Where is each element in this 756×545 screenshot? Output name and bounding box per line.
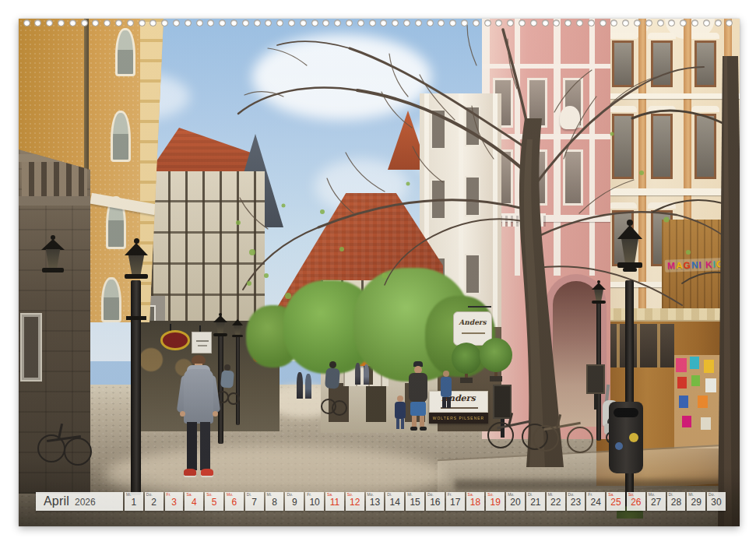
calendar-day-cell: Sa.4: [185, 492, 203, 511]
calendar-day-cell: Mi.8: [265, 492, 284, 511]
day-number: 7: [245, 498, 264, 507]
calendar-day-cell: Mi.15: [406, 492, 424, 511]
weekday-label: Mi.: [267, 493, 273, 497]
calendar-day-cell: So.19: [486, 492, 505, 511]
weekday-label: Mo.: [649, 493, 655, 497]
day-number: 14: [385, 498, 404, 507]
day-number: 19: [486, 498, 505, 507]
calendar-day-cell: Di.7: [245, 492, 264, 511]
weekday-label: Do.: [146, 493, 153, 497]
weekday-label: Di.: [247, 493, 251, 497]
weekday-label: Fr.: [588, 493, 592, 497]
calendar-day-cell: Fr.17: [446, 492, 465, 511]
day-number: 16: [426, 498, 445, 507]
street-lamp-head: [614, 220, 646, 283]
weekday-label: Di.: [528, 493, 533, 497]
calendar-day-cell: Do.2: [145, 492, 164, 511]
cyclist: [216, 364, 241, 405]
day-number: 9: [285, 498, 304, 507]
day-number: 12: [346, 498, 364, 507]
weekday-label: Sa.: [186, 493, 192, 497]
weekday-label: Di.: [669, 493, 673, 497]
calendar-day-cell: Sa.18: [466, 492, 485, 511]
calendar-day-cell: Di.21: [526, 492, 545, 511]
photo-old-town-street: MAGNIKIOSK 2: [19, 19, 740, 526]
pedestrian-small: [364, 364, 369, 385]
weekday-label: Mi.: [688, 493, 694, 497]
weekday-label: So.: [628, 493, 635, 497]
year-label: 2026: [75, 495, 96, 508]
shadow-overlay-left: [19, 452, 252, 526]
day-number: 24: [586, 498, 605, 507]
pedestrian-small: [297, 372, 303, 399]
weekday-label: Sa.: [468, 493, 474, 497]
day-number: 17: [446, 498, 465, 507]
day-number: 21: [526, 498, 545, 507]
month-label: April: [44, 494, 69, 508]
weekday-label: Mo.: [508, 493, 514, 497]
day-number: 3: [165, 498, 184, 507]
calendar-day-cell: Mo.27: [647, 492, 666, 511]
day-number: 2: [145, 498, 164, 507]
day-number: 10: [305, 498, 324, 507]
calendar-day-cell: Mi.22: [547, 492, 565, 511]
day-number: 23: [567, 498, 585, 507]
day-number: 6: [225, 498, 244, 507]
weekday-label: Mi.: [407, 493, 413, 497]
weekday-label: Mo.: [367, 493, 374, 497]
anders-banner-subtext: WOLTERS PILSENER: [429, 416, 488, 420]
calendar-day-cell: Fr.10: [305, 492, 324, 511]
day-number: 1: [125, 498, 143, 507]
weekday-label: So.: [206, 493, 213, 497]
calendar-day-cell: Do.16: [426, 492, 445, 511]
day-number: 27: [647, 498, 666, 507]
calendar-day-cell: Do.30: [707, 492, 726, 511]
day-number: 5: [205, 498, 223, 507]
street-lamp-head: [121, 238, 151, 285]
day-number: 25: [607, 498, 625, 507]
calendar-day-cell: Fr.24: [586, 492, 605, 511]
potted-tree: [452, 343, 481, 383]
anders-shield-text: Anders: [454, 318, 491, 326]
month-label-box: April 2026: [36, 492, 123, 511]
day-number: 8: [265, 498, 284, 507]
litter-bin: [609, 402, 646, 476]
street-lamp-head: [590, 280, 607, 304]
calendar-day-cell: Mo.13: [366, 492, 385, 511]
street-lamp-head: [212, 313, 229, 336]
weekday-label: Fr.: [167, 493, 171, 497]
pedestrian-small: [305, 374, 311, 399]
day-number: 18: [466, 498, 485, 507]
pedestrian-small: [355, 363, 360, 385]
weekday-label: Sa.: [327, 493, 333, 497]
hanging-shop-signs: [160, 324, 212, 357]
day-number: 11: [325, 498, 344, 507]
weekday-label: Mi.: [548, 493, 554, 497]
calendar-day-cell: Mi.29: [687, 492, 705, 511]
weekday-label: Di.: [387, 493, 392, 497]
calendar-day-cell: Do.9: [285, 492, 304, 511]
weekday-label: Do.: [709, 493, 715, 497]
day-number: 26: [627, 498, 645, 507]
weekday-label: Fr.: [307, 493, 311, 497]
day-number: 15: [406, 498, 424, 507]
lamp-crossbar: [126, 316, 146, 320]
calendar-day-cell: Do.23: [567, 492, 585, 511]
weekday-label: Do.: [568, 493, 575, 497]
day-number: 28: [667, 498, 686, 507]
calendar-day-cell: Fr.3: [165, 492, 184, 511]
calendar-day-cell: Mo.20: [506, 492, 525, 511]
weekday-label: Do.: [287, 493, 293, 497]
weekday-label: Fr.: [448, 493, 452, 497]
calendar-day-cell: Di.14: [385, 492, 404, 511]
day-number: 22: [547, 498, 565, 507]
calendar-day-cell: Mo.6: [225, 492, 244, 511]
day-number: 30: [707, 498, 726, 507]
calendar-day-cell: Di.28: [667, 492, 686, 511]
cyclist: [319, 361, 347, 419]
calendar-day-cell: Sa.11: [325, 492, 344, 511]
calendar-day-cell: So.5: [205, 492, 223, 511]
calendar-product-page: { "calendar": { "month": "April", "year"…: [0, 0, 756, 545]
weekday-label: So.: [347, 493, 353, 497]
white-shop-sign: [192, 332, 212, 353]
